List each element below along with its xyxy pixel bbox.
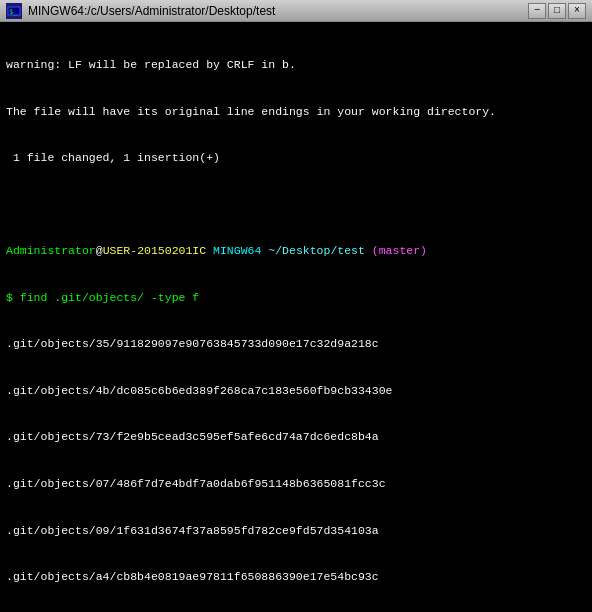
output-line: .git/objects/09/1f631d3674f37a8595fd782c… [6,523,586,539]
window-controls: − □ × [528,3,586,19]
blank-line [6,197,586,213]
window: $_ MINGW64:/c/Users/Administrator/Deskto… [0,0,592,612]
output-line: warning: LF will be replaced by CRLF in … [6,57,586,73]
minimize-button[interactable]: − [528,3,546,19]
output-line: .git/objects/a4/cb8b4e0819ae97811f650886… [6,569,586,585]
cmd-line: $ find .git/objects/ -type f [6,290,586,306]
svg-text:$_: $_ [9,8,18,16]
output-line: .git/objects/4b/dc085c6b6ed389f268ca7c18… [6,383,586,399]
output-line: 1 file changed, 1 insertion(+) [6,150,586,166]
close-button[interactable]: × [568,3,586,19]
output-line: .git/objects/73/f2e9b5cead3c595ef5afe6cd… [6,429,586,445]
maximize-button[interactable]: □ [548,3,566,19]
terminal-body[interactable]: warning: LF will be replaced by CRLF in … [0,22,592,612]
titlebar-title: MINGW64:/c/Users/Administrator/Desktop/t… [28,4,528,18]
prompt-line: Administrator@USER-20150201IC MINGW64 ~/… [6,243,586,259]
titlebar: $_ MINGW64:/c/Users/Administrator/Deskto… [0,0,592,22]
app-icon: $_ [6,3,22,19]
output-line: .git/objects/35/911829097e90763845733d09… [6,336,586,352]
output-line: The file will have its original line end… [6,104,586,120]
output-line: .git/objects/07/486f7d7e4bdf7a0dab6f9511… [6,476,586,492]
